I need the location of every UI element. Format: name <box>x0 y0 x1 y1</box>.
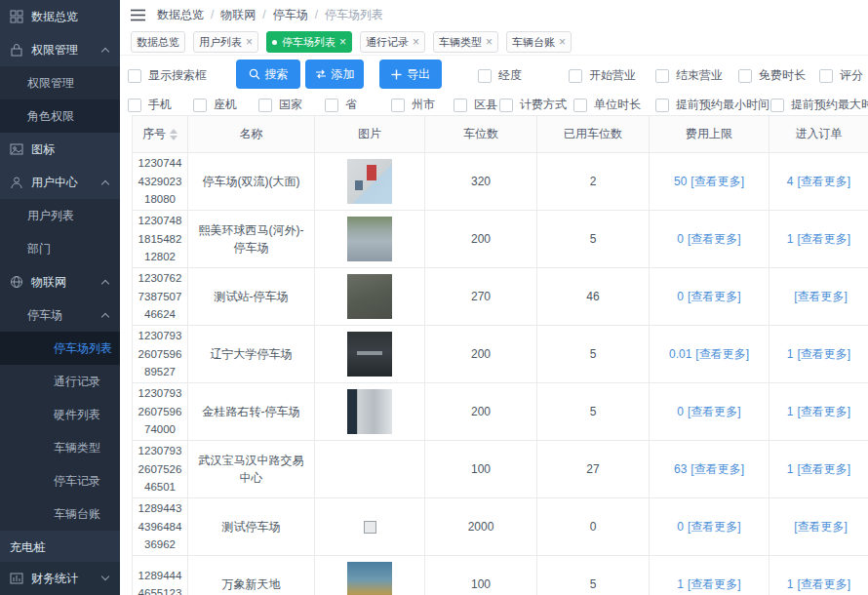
breadcrumb-item[interactable]: 停车场 <box>273 7 308 23</box>
table-row: 1289443439648436962 测试停车场 2000 0 0[查看更多]… <box>133 498 868 556</box>
filter-checkbox-mobile[interactable]: 手机 <box>128 97 172 113</box>
filter-checkbox-landline[interactable]: 座机 <box>193 97 237 113</box>
dashboard-icon <box>10 10 23 23</box>
sidebar-item-role-permission[interactable]: 角色权限 <box>0 99 120 133</box>
table-row: 1230744432902318080 停车场(双流)(大面) 320 2 50… <box>133 153 868 211</box>
sidebar-item-charging[interactable]: 充电桩 <box>0 531 120 564</box>
sort-icon[interactable] <box>170 129 178 140</box>
sidebar-group-parking[interactable]: 停车场 <box>0 298 120 332</box>
filter-checkbox-longitude[interactable]: 经度 <box>478 67 522 84</box>
view-more-link[interactable]: [查看更多] <box>695 347 749 361</box>
tab-overview[interactable]: 数据总览 <box>131 31 185 53</box>
header-spaces: 车位数 <box>425 116 537 153</box>
sidebar-group-finance[interactable]: 财务统计 <box>0 562 120 595</box>
parking-lot-thumbnail <box>347 332 392 377</box>
sidebar-item-permission-mgmt[interactable]: 权限管理 <box>0 66 120 99</box>
filter-checkbox-open-time[interactable]: 开始营业 <box>569 67 636 84</box>
filter-checkbox-unit-duration[interactable]: 单位时长 <box>573 97 641 113</box>
sidebar-item-user-list[interactable]: 用户列表 <box>0 199 120 232</box>
view-more-link[interactable]: [查看更多] <box>798 232 851 246</box>
sidebar-item-department[interactable]: 部门 <box>0 232 120 265</box>
tab-vehicle-type[interactable]: 车辆类型× <box>433 31 498 53</box>
lot-id: 1230748181548212802 <box>133 211 188 268</box>
chart-icon <box>10 572 23 585</box>
lot-id: 1230762738750746624 <box>133 268 188 326</box>
header-fee-cap: 费用上限 <box>650 116 769 153</box>
lot-id: 1230793260759674000 <box>133 383 188 441</box>
view-more-link[interactable]: [查看更多] <box>794 520 848 534</box>
view-more-link[interactable]: [查看更多] <box>798 462 851 476</box>
sidebar-item-passage-records[interactable]: 通行记录 <box>0 365 120 398</box>
used-count: 0 <box>537 498 650 556</box>
filter-checkbox-rating[interactable]: 评分 <box>819 67 863 84</box>
close-icon[interactable]: × <box>246 36 253 48</box>
filter-checkbox-free-duration[interactable]: 免费时长 <box>738 67 806 84</box>
lot-id: 1230793260759689527 <box>133 326 188 383</box>
view-more-link[interactable]: [查看更多] <box>798 577 851 591</box>
view-more-link[interactable]: [查看更多] <box>794 290 848 303</box>
sidebar-item-parking-records[interactable]: 停车记录 <box>0 464 120 497</box>
close-icon[interactable]: × <box>413 36 419 48</box>
breadcrumb-item[interactable]: 数据总览 <box>157 7 204 23</box>
checkbox[interactable] <box>128 69 141 83</box>
tab-vehicle-ledger[interactable]: 车辆台账× <box>506 31 572 53</box>
search-button[interactable]: 搜索 <box>236 60 300 89</box>
filter-checkbox-max-booking[interactable]: 提前预约最大时间 <box>770 97 868 113</box>
chevron-up-icon <box>101 48 109 56</box>
view-more-link[interactable]: [查看更多] <box>690 462 744 476</box>
parking-lot-thumbnail <box>347 159 392 204</box>
view-more-link[interactable]: [查看更多] <box>798 347 851 361</box>
view-more-link[interactable]: [查看更多] <box>798 175 851 188</box>
view-more-link[interactable]: [查看更多] <box>688 577 741 591</box>
sidebar-group-permission[interactable]: 权限管理 <box>0 33 120 66</box>
parking-lot-table: 序号 名称 图片 车位数 已用车位数 费用上限 进入订单 12307444329… <box>132 115 868 595</box>
filter-checkbox-province[interactable]: 省 <box>325 97 357 113</box>
spaces-count: 200 <box>425 326 537 383</box>
filter-checkbox-billing[interactable]: 计费方式 <box>499 97 567 113</box>
spaces-count: 100 <box>425 441 537 498</box>
sidebar-item-parking-list[interactable]: 停车场列表 <box>0 332 120 365</box>
view-more-link[interactable]: [查看更多] <box>688 405 741 418</box>
view-more-link[interactable]: [查看更多] <box>688 232 741 246</box>
breadcrumb-item[interactable]: 物联网 <box>220 7 256 23</box>
filter-checkbox-country[interactable]: 国家 <box>258 97 302 113</box>
spaces-count: 2000 <box>425 498 537 556</box>
spaces-count: 320 <box>425 153 537 211</box>
filter-checkbox-min-booking[interactable]: 提前预约最小时间 <box>655 97 769 113</box>
sidebar-item-hardware-list[interactable]: 硬件列表 <box>0 398 120 431</box>
header-used-spaces: 已用车位数 <box>537 116 650 153</box>
used-count: 27 <box>537 441 650 498</box>
close-icon[interactable]: × <box>339 36 346 48</box>
lot-name: 测试站-停车场 <box>188 268 315 326</box>
sidebar-item-overview[interactable]: 数据总览 <box>0 0 120 33</box>
lot-id: 1230744432902318080 <box>133 153 188 211</box>
collapse-menu-icon[interactable] <box>131 9 145 21</box>
table-header-row: 序号 名称 图片 车位数 已用车位数 费用上限 进入订单 <box>133 116 868 153</box>
close-icon[interactable]: × <box>486 36 493 48</box>
sidebar-item-icons[interactable]: 图标 <box>0 133 120 166</box>
swap-icon <box>315 69 327 79</box>
show-search-checkbox[interactable]: 显示搜索框 <box>128 67 207 84</box>
lot-id: 1289443439648436962 <box>133 498 188 556</box>
lot-id: 12894444655123 <box>133 556 188 595</box>
spaces-count: 200 <box>425 211 537 268</box>
tab-passage-records[interactable]: 通行记录× <box>360 31 425 53</box>
view-more-link[interactable]: [查看更多] <box>798 405 851 418</box>
sidebar-item-vehicle-ledger[interactable]: 车辆台账 <box>0 497 120 531</box>
filter-checkbox-district[interactable]: 区县 <box>454 97 497 113</box>
filter-checkbox-close-time[interactable]: 结束营业 <box>655 67 723 84</box>
spaces-count: 270 <box>425 268 537 326</box>
sidebar-group-user-center[interactable]: 用户中心 <box>0 166 120 199</box>
header-index[interactable]: 序号 <box>133 116 188 153</box>
sidebar-item-vehicle-type[interactable]: 车辆类型 <box>0 431 120 464</box>
export-button[interactable]: 导出 <box>379 60 442 89</box>
add-button[interactable]: 添加 <box>305 60 364 89</box>
view-more-link[interactable]: [查看更多] <box>688 290 741 303</box>
view-more-link[interactable]: [查看更多] <box>690 175 744 188</box>
view-more-link[interactable]: [查看更多] <box>688 520 741 534</box>
sidebar-group-iot[interactable]: 物联网 <box>0 265 120 298</box>
tab-user-list[interactable]: 用户列表× <box>193 31 258 53</box>
filter-checkbox-city[interactable]: 州市 <box>391 97 435 113</box>
close-icon[interactable]: × <box>559 36 566 48</box>
tab-parking-list-active[interactable]: 停车场列表× <box>266 31 352 53</box>
